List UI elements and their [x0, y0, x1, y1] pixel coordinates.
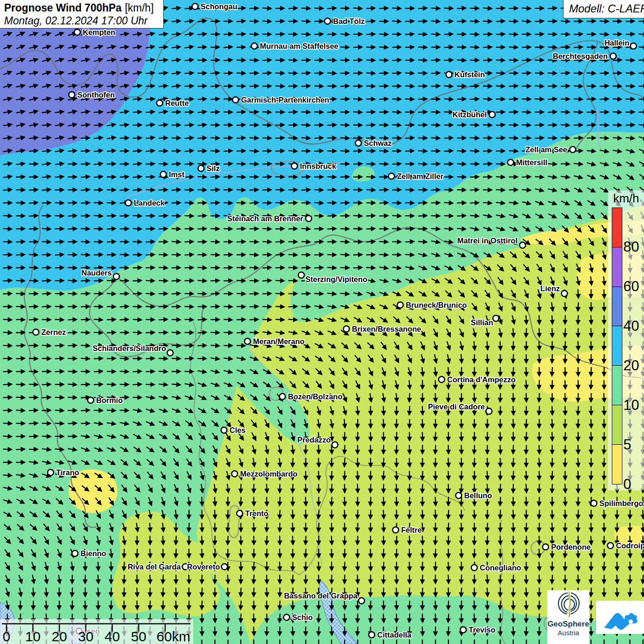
model-label: Modell: C-LAEF — [569, 2, 640, 15]
scale-bar-graphic: 0102030405060km — [0, 619, 193, 644]
geosphere-logo-text: GeoSphere — [547, 620, 589, 629]
city-label: Trento — [245, 509, 268, 518]
city-marker — [610, 53, 616, 59]
city: Cles — [221, 426, 246, 434]
city-label: Rovereto — [187, 563, 220, 571]
city-label: Silz — [207, 164, 219, 172]
city-label: Garmisch-Partenkirchen — [241, 96, 329, 104]
city: Schio — [284, 613, 313, 621]
city-marker — [222, 564, 228, 570]
city-label: Riva del Garda — [127, 563, 181, 571]
city-label: Pordenone — [551, 543, 591, 551]
city-marker — [72, 551, 78, 557]
city: Steinach am Brenner — [227, 214, 312, 223]
city-marker — [75, 29, 80, 35]
city: Bruneck/Brunico — [397, 301, 467, 309]
city-marker — [69, 92, 75, 98]
city-label: Reutte — [165, 99, 189, 107]
city: Reutte — [157, 99, 189, 107]
city-marker — [562, 291, 568, 297]
city-marker — [472, 565, 477, 571]
city-marker — [88, 397, 94, 403]
city-label: Innsbruck — [300, 162, 337, 170]
city-marker — [570, 147, 576, 153]
city-label: Feltre — [401, 526, 422, 534]
city: Zernez — [33, 328, 66, 336]
city-label: Cles — [230, 426, 246, 434]
city-label: Landeck — [134, 199, 165, 207]
scale-bar-label: 0 — [3, 629, 11, 644]
city-marker — [359, 598, 365, 604]
city-label: Berchtesgaden — [553, 52, 608, 60]
city-label: Kufstein — [454, 70, 485, 79]
city-label: Murnau am Staffelsee — [260, 42, 339, 50]
legend-color-bar — [612, 207, 622, 484]
page-title: Prognose Wind 700hPa[km/h] — [4, 2, 159, 14]
city: Trento — [237, 509, 269, 518]
city-marker — [192, 4, 198, 10]
city-marker — [280, 394, 286, 400]
city-marker — [520, 242, 526, 248]
geosphere-austria-logo: GeoSphere Austria — [547, 590, 589, 644]
city-label: Brixen/Bressanone — [352, 325, 421, 333]
city-label: Kitzbühel — [453, 110, 487, 119]
city-marker — [397, 302, 403, 308]
legend-value-label: 40 — [623, 318, 644, 334]
title-text: Prognose Wind 700hPa — [4, 2, 121, 14]
city-label: Sillian — [471, 318, 493, 327]
city-marker — [198, 166, 204, 172]
city-marker — [48, 470, 54, 476]
scale-bar-label: 40 — [104, 629, 120, 644]
city-marker — [306, 216, 312, 222]
city-label: Sterzing/Vipiteno — [305, 275, 367, 283]
city-marker — [292, 163, 298, 169]
city: Riva del Garda — [127, 563, 188, 571]
city-label: Bienno — [80, 549, 106, 558]
city-marker — [325, 18, 331, 24]
city-label: Kempten — [83, 28, 115, 36]
legend-color-block — [612, 444, 622, 484]
city-marker — [284, 615, 290, 621]
city-marker — [332, 442, 338, 448]
city-label: Predazzo — [298, 436, 331, 444]
scale-bar-label: 50 — [131, 629, 146, 644]
city-label: Schio — [292, 613, 313, 621]
city-label: Mittersill — [516, 158, 547, 167]
city-marker — [221, 427, 227, 433]
city-marker — [456, 493, 462, 499]
city-label: Tirano — [56, 468, 79, 477]
city-label: Matrei in Osttirol — [457, 236, 518, 245]
city-marker — [237, 511, 243, 517]
city-marker — [344, 326, 350, 332]
city-marker — [245, 339, 251, 345]
city-label: Zell am Ziller — [397, 172, 443, 180]
city-marker — [631, 43, 637, 49]
city-marker — [439, 377, 445, 383]
scale-bar-label: 10 — [25, 629, 40, 644]
scale-bar-label: 60km — [156, 629, 190, 644]
city-label: Pieve di Cadore — [428, 402, 485, 411]
city: Mezzolombardo — [232, 470, 298, 478]
city-label: Steinach am Brenner — [227, 214, 304, 223]
city-label: Zernez — [41, 328, 66, 336]
mountain-cloud-logo — [596, 601, 644, 634]
city-label: Bassano del Grappa — [284, 592, 357, 600]
city: Imst — [161, 170, 185, 178]
legend-value-label: 20 — [623, 358, 644, 374]
city-label: Bormio — [96, 396, 123, 404]
legend-color-block — [612, 247, 622, 287]
city: Berchtesgaden — [553, 52, 616, 60]
city-marker — [232, 471, 238, 477]
geosphere-contour-icon — [554, 590, 583, 619]
map-scale-bar: 0102030405060km — [0, 619, 193, 644]
legend-value-label: 5 — [623, 437, 644, 453]
city-label: Cittadella — [377, 631, 412, 639]
city-marker — [167, 350, 173, 356]
city-label: Bruneck/Brunico — [406, 301, 467, 309]
city-marker — [33, 329, 39, 335]
city: Garmisch-Partenkirchen — [233, 96, 329, 104]
legend-value-label: 10 — [623, 397, 644, 413]
city: Feltre — [393, 526, 422, 534]
city-label: Schongau — [201, 2, 237, 11]
city: Murnau am Staffelsee — [252, 42, 339, 50]
